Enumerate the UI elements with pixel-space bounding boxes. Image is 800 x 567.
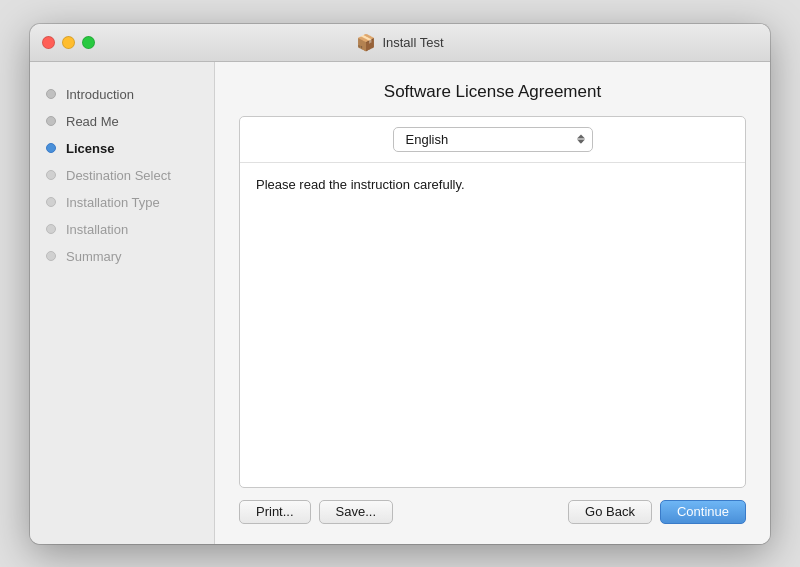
panel-title: Software License Agreement — [239, 82, 746, 102]
sidebar-label-introduction: Introduction — [66, 87, 134, 102]
sidebar-item-read-me[interactable]: Read Me — [30, 109, 214, 134]
language-select[interactable]: English French German Spanish Japanese — [393, 127, 593, 152]
language-select-wrapper: English French German Spanish Japanese — [393, 127, 593, 152]
sidebar-item-introduction[interactable]: Introduction — [30, 82, 214, 107]
minimize-button[interactable] — [62, 36, 75, 49]
title-icon: 📦 — [356, 33, 376, 52]
sidebar-label-read-me: Read Me — [66, 114, 119, 129]
continue-button[interactable]: Continue — [660, 500, 746, 524]
sidebar-dot-introduction — [46, 89, 56, 99]
license-box: English French German Spanish Japanese — [239, 116, 746, 488]
sidebar: Introduction Read Me License Destination… — [30, 62, 215, 544]
window-title: 📦 Install Test — [356, 33, 443, 52]
sidebar-dot-destination-select — [46, 170, 56, 180]
sidebar-dot-installation-type — [46, 197, 56, 207]
close-button[interactable] — [42, 36, 55, 49]
sidebar-item-installation[interactable]: Installation — [30, 217, 214, 242]
license-text: Please read the instruction carefully. — [256, 175, 729, 195]
maximize-button[interactable] — [82, 36, 95, 49]
license-text-area[interactable]: Please read the instruction carefully. — [240, 163, 745, 487]
installer-window: 📦 Install Test Introduction Read Me Lice… — [30, 24, 770, 544]
sidebar-dot-read-me — [46, 116, 56, 126]
sidebar-label-license: License — [66, 141, 114, 156]
sidebar-label-destination-select: Destination Select — [66, 168, 171, 183]
save-button[interactable]: Save... — [319, 500, 393, 524]
titlebar: 📦 Install Test — [30, 24, 770, 62]
bottom-bar: Print... Save... Go Back Continue — [239, 488, 746, 528]
main-panel: Software License Agreement English Frenc… — [215, 62, 770, 544]
sidebar-item-summary[interactable]: Summary — [30, 244, 214, 269]
sidebar-label-installation: Installation — [66, 222, 128, 237]
sidebar-item-installation-type[interactable]: Installation Type — [30, 190, 214, 215]
sidebar-dot-installation — [46, 224, 56, 234]
print-button[interactable]: Print... — [239, 500, 311, 524]
go-back-button[interactable]: Go Back — [568, 500, 652, 524]
sidebar-dot-license — [46, 143, 56, 153]
main-content: Introduction Read Me License Destination… — [30, 62, 770, 544]
language-bar: English French German Spanish Japanese — [240, 117, 745, 163]
sidebar-dot-summary — [46, 251, 56, 261]
sidebar-item-destination-select[interactable]: Destination Select — [30, 163, 214, 188]
traffic-lights — [42, 36, 95, 49]
sidebar-label-summary: Summary — [66, 249, 122, 264]
sidebar-label-installation-type: Installation Type — [66, 195, 160, 210]
sidebar-item-license[interactable]: License — [30, 136, 214, 161]
title-text: Install Test — [382, 35, 443, 50]
